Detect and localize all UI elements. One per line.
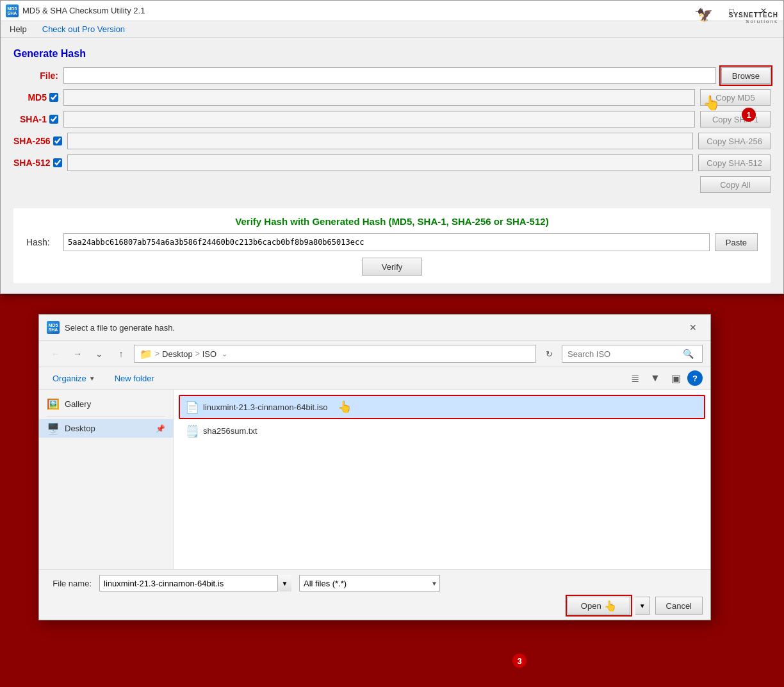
hash-verify-input[interactable] [63, 233, 710, 251]
sha1-label: SHA-1 [20, 114, 47, 124]
hash-verify-label: Hash: [26, 237, 58, 247]
gallery-icon: 🖼️ [47, 398, 60, 410]
address-bar: 📁 > Desktop > ISO ⌄ [134, 345, 536, 363]
sha256-row: SHA-256 Copy SHA-256 [13, 133, 771, 149]
file-input[interactable] [63, 67, 716, 84]
file-label: File: [13, 70, 58, 81]
filename-input-wrap: ▼ [99, 575, 291, 592]
desktop-icon: 🖥️ [47, 422, 60, 435]
verify-title: Verify Hash with Generated Hash (MD5, SH… [26, 216, 758, 227]
title-bar: MD5SHA MD5 & SHA Checksum Utility 2.1 🦅 … [1, 1, 783, 21]
new-folder-label: New folder [115, 374, 154, 383]
badge-3: 3 [512, 654, 527, 668]
copy-sha256-button[interactable]: Copy SHA-256 [698, 133, 771, 149]
badge-1: 1 [742, 108, 756, 122]
address-separator-1: > [155, 349, 159, 358]
cursor-hand-3: 👆 [604, 600, 617, 612]
hash-verify-row: Hash: Paste [26, 233, 758, 251]
copy-all-row: Copy All [13, 176, 771, 198]
verify-section: Verify Hash with Generated Hash (MD5, SH… [13, 208, 771, 283]
view-dropdown-button[interactable]: ▼ [646, 370, 664, 386]
sha1-row: SHA-1 Copy SHA-1 [13, 111, 771, 128]
new-folder-button[interactable]: New folder [109, 371, 160, 386]
sha1-output [63, 111, 695, 128]
sha512-checkbox[interactable] [53, 158, 62, 167]
menu-bar: Help Check out Pro Version [1, 21, 783, 38]
folder-icon: 📁 [140, 348, 152, 360]
filename-label: File name: [47, 579, 92, 588]
search-icon: 🔍 [683, 349, 694, 359]
copy-sha1-button[interactable]: Copy SHA-1 [700, 111, 771, 128]
iso-filename: linuxmint-21.3-cinnamon-64bit.iso [203, 402, 327, 412]
address-desktop: Desktop [162, 349, 193, 359]
sidebar-pane: 🖼️ Gallery 🖥️ Desktop 📌 [39, 390, 174, 569]
sidebar-item-desktop[interactable]: 🖥️ Desktop 📌 [39, 419, 173, 438]
copy-sha512-button[interactable]: Copy SHA-512 [698, 154, 771, 171]
sha256-checkbox-label: SHA-256 [13, 136, 62, 146]
sha256-label: SHA-256 [13, 136, 51, 146]
copy-md5-button[interactable]: Copy MD5 [700, 89, 771, 106]
app-window: MD5SHA MD5 & SHA Checksum Utility 2.1 🦅 … [0, 0, 784, 294]
nav-dropdown-button[interactable]: ⌄ [90, 345, 108, 362]
filetype-select[interactable]: All files (*.*) [299, 575, 440, 592]
filename-row: File name: ▼ All files (*.*) [47, 575, 703, 592]
md5-row: MD5 Copy MD5 [13, 89, 771, 106]
menu-help[interactable]: Help [6, 22, 31, 36]
sha1-checkbox[interactable] [49, 115, 58, 124]
file-item-iso[interactable]: 📄 linuxmint-21.3-cinnamon-64bit.iso 👆 [179, 395, 705, 419]
filename-dropdown-button[interactable]: ▼ [277, 575, 291, 592]
address-chevron-icon[interactable]: ⌄ [222, 350, 227, 358]
dialog-title-left: MD5SHA Select a file to generate hash. [47, 321, 175, 334]
toolbar: Organize ▼ New folder ≣ ▼ ▣ ? [39, 367, 710, 390]
dialog-action-row: Open 👆 ▼ Cancel [47, 597, 703, 615]
sysnettech-logo: 🦅 SYSNETTECH Solutions [687, 2, 783, 34]
md5-checkbox-label: MD5 [13, 92, 58, 103]
dialog-title-bar: MD5SHA Select a file to generate hash. ✕ [39, 315, 710, 341]
nav-up-button[interactable]: ↑ [112, 345, 130, 362]
sidebar-divider [47, 416, 165, 417]
filename-input[interactable] [99, 575, 291, 592]
app-title: MD5 & SHA Checksum Utility 2.1 [22, 6, 145, 15]
open-dropdown-button[interactable]: ▼ [635, 597, 650, 615]
menu-pro-version[interactable]: Check out Pro Version [38, 22, 129, 36]
organize-button[interactable]: Organize ▼ [47, 371, 101, 386]
main-content: Generate Hash File: Browse MD5 Copy MD5 … [1, 38, 783, 294]
view-panel-button[interactable]: ▣ [667, 370, 685, 386]
dialog-bottom: File name: ▼ All files (*.*) Open 👆 ▼ Ca… [39, 569, 710, 620]
cancel-button[interactable]: Cancel [655, 597, 703, 615]
dialog-close-button[interactable]: ✕ [683, 320, 703, 335]
nav-back-button[interactable]: ← [47, 345, 65, 362]
toolbar-right: ≣ ▼ ▣ ? [626, 370, 703, 386]
paste-button[interactable]: Paste [715, 233, 758, 251]
dialog-app-icon: MD5SHA [47, 321, 60, 334]
search-input[interactable] [568, 349, 683, 359]
file-row: File: Browse [13, 67, 771, 84]
open-label: Open [581, 601, 601, 611]
sha512-checkbox-label: SHA-512 [13, 158, 62, 168]
sha256-output [67, 133, 694, 149]
copy-all-button[interactable]: Copy All [700, 176, 771, 193]
filetype-select-wrap: All files (*.*) [299, 575, 440, 592]
verify-button[interactable]: Verify [362, 258, 423, 276]
md5-checkbox[interactable] [49, 93, 58, 102]
section-title: Generate Hash [13, 48, 771, 60]
sidebar-gallery-label: Gallery [65, 399, 91, 409]
browse-button[interactable]: Browse [721, 67, 771, 84]
help-button[interactable]: ? [687, 370, 703, 386]
file-item-sha256sum[interactable]: 🗒️ sha256sum.txt [179, 419, 705, 442]
open-button[interactable]: Open 👆 [568, 597, 630, 615]
sidebar-pin-icon: 📌 [156, 424, 165, 433]
nav-forward-button[interactable]: → [69, 345, 86, 362]
sha512-label: SHA-512 [13, 158, 51, 168]
file-list-pane: 📄 linuxmint-21.3-cinnamon-64bit.iso 👆 🗒️… [174, 390, 710, 569]
refresh-button[interactable]: ↻ [540, 345, 558, 362]
md5-label: MD5 [28, 92, 47, 103]
sidebar-item-gallery[interactable]: 🖼️ Gallery [39, 395, 173, 413]
cursor-hand-2: 👆 [338, 400, 352, 414]
view-list-button[interactable]: ≣ [626, 370, 644, 386]
md5-output [63, 89, 695, 106]
sha256-checkbox[interactable] [53, 137, 62, 145]
sha1-checkbox-label: SHA-1 [13, 114, 58, 124]
txt-file-icon: 🗒️ [185, 424, 198, 437]
sha512-row: SHA-512 Copy SHA-512 [13, 154, 771, 171]
